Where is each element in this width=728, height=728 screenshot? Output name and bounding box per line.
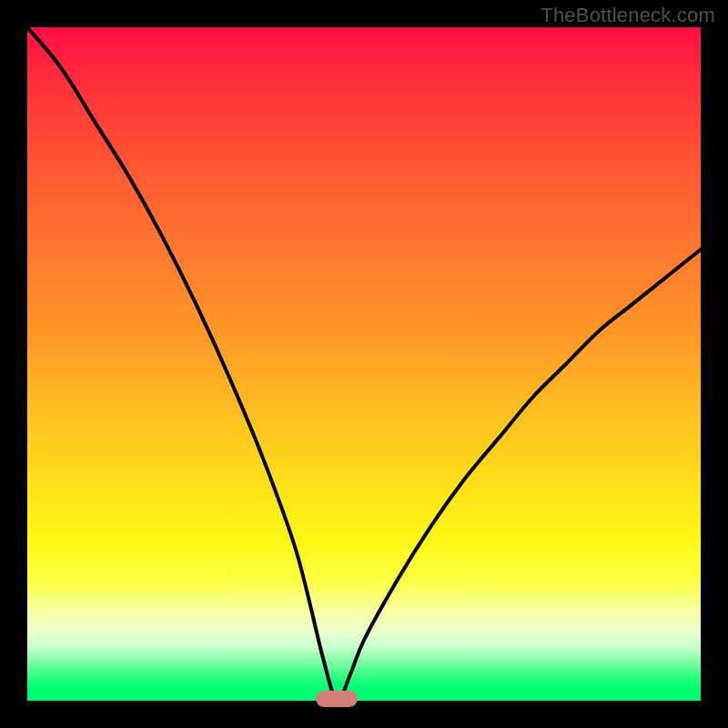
- chart-canvas: TheBottleneck.com: [0, 0, 728, 728]
- curve-svg: [27, 27, 701, 701]
- plot-area: [27, 27, 701, 701]
- bottleneck-curve: [27, 27, 701, 701]
- optimum-marker: [316, 691, 358, 707]
- watermark-label: TheBottleneck.com: [541, 5, 715, 25]
